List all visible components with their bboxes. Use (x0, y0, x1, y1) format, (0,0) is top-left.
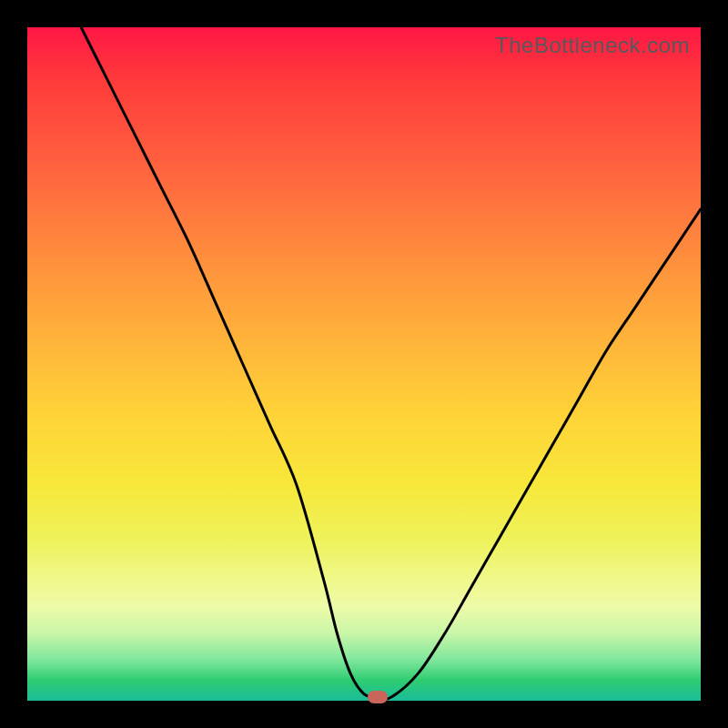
bottleneck-curve (27, 27, 701, 701)
plot-area: TheBottleneck.com (27, 27, 701, 701)
chart-frame: TheBottleneck.com (0, 0, 728, 728)
bottleneck-minimum-marker (368, 691, 388, 703)
